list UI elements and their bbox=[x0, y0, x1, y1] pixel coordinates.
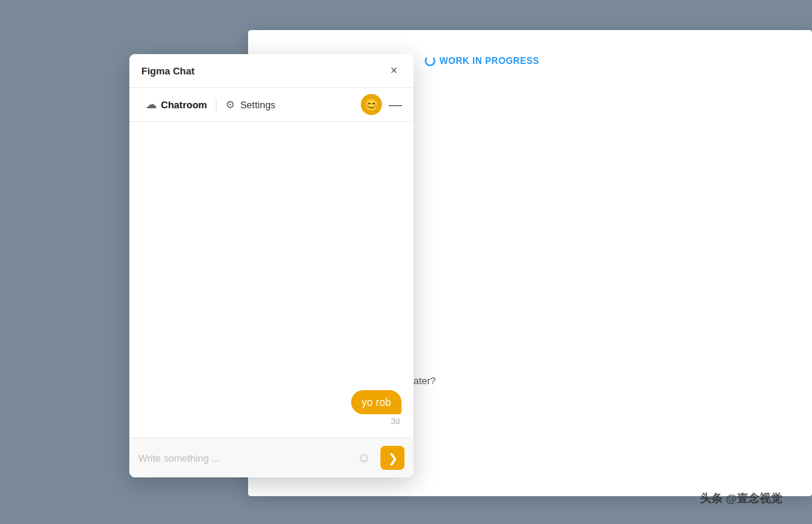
close-button[interactable]: × bbox=[386, 63, 401, 78]
send-button[interactable]: ❯ bbox=[380, 446, 404, 470]
emoji-button[interactable]: ☺ bbox=[353, 447, 374, 468]
message-row: yo rob 3d bbox=[141, 390, 401, 426]
chat-input-area: ☺ ❯ bbox=[129, 438, 414, 477]
chatroom-tab-label: Chatroom bbox=[161, 99, 207, 111]
bg-doc-status-label: WORK IN PROGRESS bbox=[440, 56, 540, 66]
message-time: 3d bbox=[391, 416, 400, 426]
chat-titlebar: Figma Chat × bbox=[129, 54, 414, 88]
chat-navbar: ☁ Chatroom ⚙ Settings 😊 — bbox=[129, 88, 414, 122]
chat-body: yo rob 3d bbox=[129, 122, 414, 438]
avatar[interactable]: 😊 bbox=[361, 94, 382, 115]
message-bubble: yo rob bbox=[351, 390, 401, 414]
chat-window: Figma Chat × ☁ Chatroom ⚙ Settings 😊 — y… bbox=[129, 54, 414, 477]
send-icon: ❯ bbox=[388, 451, 398, 465]
chatroom-icon: ☁ bbox=[146, 98, 156, 111]
settings-icon: ⚙ bbox=[226, 98, 235, 111]
chat-window-title: Figma Chat bbox=[141, 65, 195, 77]
chat-messages: yo rob 3d bbox=[141, 390, 401, 426]
minimize-button[interactable]: — bbox=[388, 97, 403, 112]
tab-chatroom[interactable]: ☁ Chatroom bbox=[140, 95, 213, 114]
work-in-progress-icon bbox=[425, 56, 435, 66]
nav-separator bbox=[216, 98, 217, 111]
settings-tab-label: Settings bbox=[240, 99, 275, 111]
bg-doc-status: WORK IN PROGRESS bbox=[425, 56, 540, 66]
tab-settings[interactable]: ⚙ Settings bbox=[220, 95, 281, 114]
chat-input[interactable] bbox=[138, 453, 347, 464]
watermark: 头条 @壹念视觉 bbox=[700, 492, 782, 506]
